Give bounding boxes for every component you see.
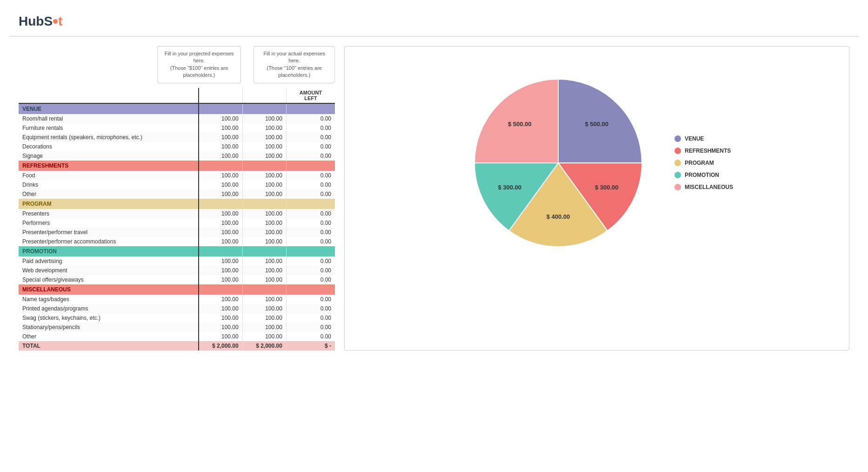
table-row: Presenter/performer accommodations 100.0… (19, 237, 335, 246)
item-budget[interactable]: 100.00 (199, 209, 242, 218)
item-left: 0.00 (286, 142, 335, 151)
legend-dot (674, 135, 681, 142)
item-actual[interactable]: 100.00 (242, 123, 286, 133)
table-row: Paid advertising 100.00 100.00 0.00 (19, 256, 335, 266)
item-actual[interactable]: 100.00 (242, 180, 286, 189)
category-row-miscellaneous: MISCELLANEOUS (19, 284, 335, 295)
item-name: Presenter/performer accommodations (19, 237, 199, 246)
item-budget[interactable]: 100.00 (199, 151, 242, 161)
item-actual[interactable]: 100.00 (242, 304, 286, 313)
item-budget[interactable]: 100.00 (199, 171, 242, 180)
table-row: Decorations 100.00 100.00 0.00 (19, 142, 335, 151)
item-name: Name tags/badges (19, 295, 199, 304)
table-row: Furniture rentals 100.00 100.00 0.00 (19, 123, 335, 133)
item-budget[interactable]: 100.00 (199, 295, 242, 304)
item-budget[interactable]: 100.00 (199, 323, 242, 332)
item-name: Presenter/performer travel (19, 228, 199, 237)
legend-label: REFRESHMENTS (685, 148, 731, 154)
item-budget[interactable]: 100.00 (199, 266, 242, 275)
item-budget[interactable]: 100.00 (199, 313, 242, 323)
table-row: Equipment rentals (speakers, microphones… (19, 133, 335, 142)
item-budget[interactable]: 100.00 (199, 304, 242, 313)
legend-item-venue: VENUE (674, 135, 733, 142)
item-name: Food (19, 171, 199, 180)
total-budget: $ 2,000.00 (199, 341, 242, 351)
category-row-refreshments: REFRESHMENTS (19, 161, 335, 171)
legend-label: PROGRAM (685, 160, 714, 166)
tooltip-row: Fill in your projected expenses here.(Th… (19, 46, 335, 83)
category-label: VENUE (19, 103, 199, 114)
category-label: PROGRAM (19, 199, 199, 209)
legend-dot (674, 160, 681, 166)
actual-tooltip: Fill in your actual expenses here.(Those… (254, 46, 335, 83)
item-actual[interactable]: 100.00 (242, 332, 286, 341)
page: HubSt Fill in your projected expenses he… (0, 0, 868, 472)
total-row: TOTAL $ 2,000.00 $ 2,000.00 $ - (19, 341, 335, 351)
item-budget[interactable]: 100.00 (199, 256, 242, 266)
main-content: Fill in your projected expenses here.(Th… (9, 37, 859, 360)
budget-table: AMOUNTLEFT VENUE Room/hall rental 100.00… (19, 88, 335, 351)
item-budget[interactable]: 100.00 (199, 142, 242, 151)
item-name: Special offers/giveaways (19, 275, 199, 284)
item-left: 0.00 (286, 256, 335, 266)
item-actual[interactable]: 100.00 (242, 228, 286, 237)
hubspot-logo: HubSt (19, 14, 62, 29)
legend-dot (674, 184, 681, 190)
item-actual[interactable]: 100.00 (242, 171, 286, 180)
item-actual[interactable]: 100.00 (242, 209, 286, 218)
table-row: Swag (stickers, keychains, etc.) 100.00 … (19, 313, 335, 323)
item-actual[interactable]: 100.00 (242, 151, 286, 161)
item-budget[interactable]: 100.00 (199, 180, 242, 189)
item-actual[interactable]: 100.00 (242, 266, 286, 275)
item-budget[interactable]: 100.00 (199, 114, 242, 123)
item-left: 0.00 (286, 123, 335, 133)
item-left: 0.00 (286, 151, 335, 161)
col-budget-header (199, 88, 242, 103)
table-row: Other 100.00 100.00 0.00 (19, 332, 335, 341)
item-left: 0.00 (286, 209, 335, 218)
item-actual[interactable]: 100.00 (242, 323, 286, 332)
item-left: 0.00 (286, 114, 335, 123)
item-budget[interactable]: 100.00 (199, 133, 242, 142)
item-budget[interactable]: 100.00 (199, 275, 242, 284)
item-actual[interactable]: 100.00 (242, 142, 286, 151)
chart-section: $ 500.00$ 300.00$ 400.00$ 300.00$ 500.00… (344, 46, 849, 351)
item-actual[interactable]: 100.00 (242, 114, 286, 123)
item-actual[interactable]: 100.00 (242, 218, 286, 228)
logo-hub-text: HubS (19, 14, 53, 29)
pie-label-promotion: $ 300.00 (498, 184, 521, 191)
item-actual[interactable]: 100.00 (242, 237, 286, 246)
table-row: Other 100.00 100.00 0.00 (19, 189, 335, 199)
item-actual[interactable]: 100.00 (242, 295, 286, 304)
item-name: Performers (19, 218, 199, 228)
item-budget[interactable]: 100.00 (199, 189, 242, 199)
item-budget[interactable]: 100.00 (199, 218, 242, 228)
table-body: VENUE Room/hall rental 100.00 100.00 0.0… (19, 103, 335, 351)
item-actual[interactable]: 100.00 (242, 256, 286, 266)
category-label: MISCELLANEOUS (19, 284, 199, 295)
item-actual[interactable]: 100.00 (242, 133, 286, 142)
item-actual[interactable]: 100.00 (242, 313, 286, 323)
item-left: 0.00 (286, 323, 335, 332)
chart-container: $ 500.00$ 300.00$ 400.00$ 300.00$ 500.00… (461, 65, 733, 261)
item-name: Room/hall rental (19, 114, 199, 123)
item-actual[interactable]: 100.00 (242, 189, 286, 199)
logo-spot-text: t (58, 14, 62, 29)
item-left: 0.00 (286, 332, 335, 341)
table-row: Performers 100.00 100.00 0.00 (19, 218, 335, 228)
item-budget[interactable]: 100.00 (199, 228, 242, 237)
item-left: 0.00 (286, 133, 335, 142)
legend-item-promotion: PROMOTION (674, 172, 733, 178)
item-budget[interactable]: 100.00 (199, 123, 242, 133)
item-budget[interactable]: 100.00 (199, 237, 242, 246)
col-actual-header (242, 88, 286, 103)
pie-label-refreshments: $ 300.00 (595, 184, 619, 191)
item-name: Signage (19, 151, 199, 161)
item-actual[interactable]: 100.00 (242, 275, 286, 284)
table-section: Fill in your projected expenses here.(Th… (19, 46, 335, 351)
legend-label: VENUE (685, 135, 704, 142)
table-row: Printed agendas/programs 100.00 100.00 0… (19, 304, 335, 313)
table-row: Web development 100.00 100.00 0.00 (19, 266, 335, 275)
item-budget[interactable]: 100.00 (199, 332, 242, 341)
legend-label: MISCELLANEOUS (685, 184, 733, 190)
